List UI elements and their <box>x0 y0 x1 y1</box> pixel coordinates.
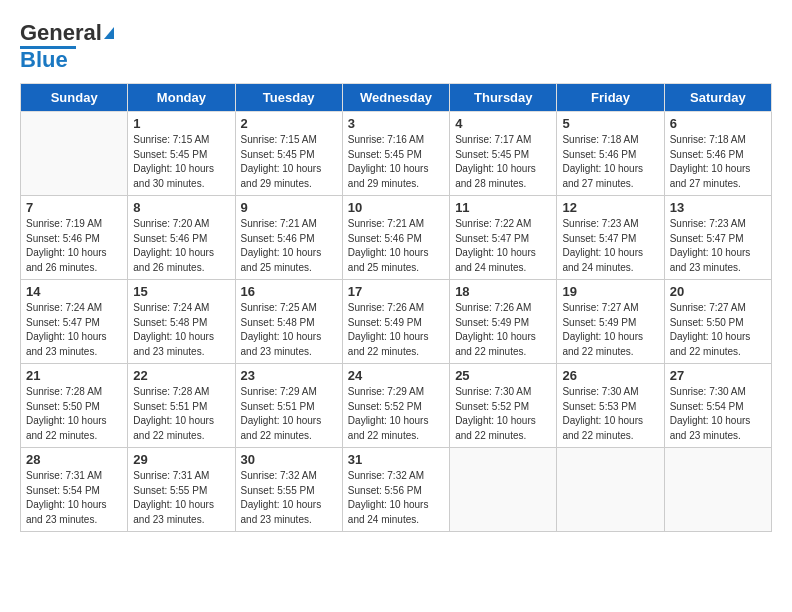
calendar-cell: 22Sunrise: 7:28 AM Sunset: 5:51 PM Dayli… <box>128 364 235 448</box>
day-header-tuesday: Tuesday <box>235 84 342 112</box>
day-number: 7 <box>26 200 122 215</box>
calendar-cell: 24Sunrise: 7:29 AM Sunset: 5:52 PM Dayli… <box>342 364 449 448</box>
calendar-cell <box>557 448 664 532</box>
day-info: Sunrise: 7:26 AM Sunset: 5:49 PM Dayligh… <box>348 301 444 359</box>
calendar-cell: 17Sunrise: 7:26 AM Sunset: 5:49 PM Dayli… <box>342 280 449 364</box>
calendar-cell: 8Sunrise: 7:20 AM Sunset: 5:46 PM Daylig… <box>128 196 235 280</box>
calendar-header-row: SundayMondayTuesdayWednesdayThursdayFrid… <box>21 84 772 112</box>
day-number: 12 <box>562 200 658 215</box>
day-number: 21 <box>26 368 122 383</box>
calendar-cell: 2Sunrise: 7:15 AM Sunset: 5:45 PM Daylig… <box>235 112 342 196</box>
day-number: 16 <box>241 284 337 299</box>
day-info: Sunrise: 7:18 AM Sunset: 5:46 PM Dayligh… <box>562 133 658 191</box>
day-number: 31 <box>348 452 444 467</box>
day-info: Sunrise: 7:21 AM Sunset: 5:46 PM Dayligh… <box>348 217 444 275</box>
calendar-cell: 4Sunrise: 7:17 AM Sunset: 5:45 PM Daylig… <box>450 112 557 196</box>
calendar-cell: 5Sunrise: 7:18 AM Sunset: 5:46 PM Daylig… <box>557 112 664 196</box>
calendar-cell: 19Sunrise: 7:27 AM Sunset: 5:49 PM Dayli… <box>557 280 664 364</box>
calendar-cell <box>664 448 771 532</box>
day-number: 6 <box>670 116 766 131</box>
day-header-friday: Friday <box>557 84 664 112</box>
day-number: 20 <box>670 284 766 299</box>
week-row-1: 1Sunrise: 7:15 AM Sunset: 5:45 PM Daylig… <box>21 112 772 196</box>
calendar-cell: 3Sunrise: 7:16 AM Sunset: 5:45 PM Daylig… <box>342 112 449 196</box>
day-info: Sunrise: 7:30 AM Sunset: 5:53 PM Dayligh… <box>562 385 658 443</box>
day-info: Sunrise: 7:21 AM Sunset: 5:46 PM Dayligh… <box>241 217 337 275</box>
calendar-cell: 25Sunrise: 7:30 AM Sunset: 5:52 PM Dayli… <box>450 364 557 448</box>
calendar-cell: 26Sunrise: 7:30 AM Sunset: 5:53 PM Dayli… <box>557 364 664 448</box>
day-info: Sunrise: 7:28 AM Sunset: 5:51 PM Dayligh… <box>133 385 229 443</box>
day-info: Sunrise: 7:15 AM Sunset: 5:45 PM Dayligh… <box>133 133 229 191</box>
day-number: 2 <box>241 116 337 131</box>
calendar-cell: 28Sunrise: 7:31 AM Sunset: 5:54 PM Dayli… <box>21 448 128 532</box>
day-header-thursday: Thursday <box>450 84 557 112</box>
week-row-3: 14Sunrise: 7:24 AM Sunset: 5:47 PM Dayli… <box>21 280 772 364</box>
calendar-cell: 18Sunrise: 7:26 AM Sunset: 5:49 PM Dayli… <box>450 280 557 364</box>
day-number: 18 <box>455 284 551 299</box>
calendar-cell: 16Sunrise: 7:25 AM Sunset: 5:48 PM Dayli… <box>235 280 342 364</box>
day-info: Sunrise: 7:24 AM Sunset: 5:47 PM Dayligh… <box>26 301 122 359</box>
day-number: 11 <box>455 200 551 215</box>
day-info: Sunrise: 7:20 AM Sunset: 5:46 PM Dayligh… <box>133 217 229 275</box>
day-info: Sunrise: 7:31 AM Sunset: 5:55 PM Dayligh… <box>133 469 229 527</box>
day-info: Sunrise: 7:22 AM Sunset: 5:47 PM Dayligh… <box>455 217 551 275</box>
calendar-cell: 23Sunrise: 7:29 AM Sunset: 5:51 PM Dayli… <box>235 364 342 448</box>
day-info: Sunrise: 7:29 AM Sunset: 5:51 PM Dayligh… <box>241 385 337 443</box>
week-row-4: 21Sunrise: 7:28 AM Sunset: 5:50 PM Dayli… <box>21 364 772 448</box>
day-info: Sunrise: 7:17 AM Sunset: 5:45 PM Dayligh… <box>455 133 551 191</box>
calendar-cell <box>21 112 128 196</box>
calendar-cell: 12Sunrise: 7:23 AM Sunset: 5:47 PM Dayli… <box>557 196 664 280</box>
day-number: 23 <box>241 368 337 383</box>
day-number: 10 <box>348 200 444 215</box>
day-info: Sunrise: 7:24 AM Sunset: 5:48 PM Dayligh… <box>133 301 229 359</box>
calendar-cell: 20Sunrise: 7:27 AM Sunset: 5:50 PM Dayli… <box>664 280 771 364</box>
day-number: 13 <box>670 200 766 215</box>
day-number: 1 <box>133 116 229 131</box>
calendar-cell: 6Sunrise: 7:18 AM Sunset: 5:46 PM Daylig… <box>664 112 771 196</box>
day-info: Sunrise: 7:26 AM Sunset: 5:49 PM Dayligh… <box>455 301 551 359</box>
page-header: General Blue <box>20 20 772 73</box>
logo-blue: Blue <box>20 47 68 73</box>
day-info: Sunrise: 7:28 AM Sunset: 5:50 PM Dayligh… <box>26 385 122 443</box>
day-header-monday: Monday <box>128 84 235 112</box>
day-number: 24 <box>348 368 444 383</box>
day-info: Sunrise: 7:16 AM Sunset: 5:45 PM Dayligh… <box>348 133 444 191</box>
day-header-sunday: Sunday <box>21 84 128 112</box>
day-number: 29 <box>133 452 229 467</box>
day-info: Sunrise: 7:23 AM Sunset: 5:47 PM Dayligh… <box>670 217 766 275</box>
day-number: 28 <box>26 452 122 467</box>
day-number: 25 <box>455 368 551 383</box>
calendar-cell: 9Sunrise: 7:21 AM Sunset: 5:46 PM Daylig… <box>235 196 342 280</box>
day-info: Sunrise: 7:29 AM Sunset: 5:52 PM Dayligh… <box>348 385 444 443</box>
day-info: Sunrise: 7:27 AM Sunset: 5:50 PM Dayligh… <box>670 301 766 359</box>
day-number: 5 <box>562 116 658 131</box>
day-info: Sunrise: 7:19 AM Sunset: 5:46 PM Dayligh… <box>26 217 122 275</box>
day-info: Sunrise: 7:25 AM Sunset: 5:48 PM Dayligh… <box>241 301 337 359</box>
calendar-cell: 13Sunrise: 7:23 AM Sunset: 5:47 PM Dayli… <box>664 196 771 280</box>
day-number: 22 <box>133 368 229 383</box>
logo-arrow-icon <box>104 27 114 39</box>
day-header-saturday: Saturday <box>664 84 771 112</box>
calendar-cell: 15Sunrise: 7:24 AM Sunset: 5:48 PM Dayli… <box>128 280 235 364</box>
day-info: Sunrise: 7:31 AM Sunset: 5:54 PM Dayligh… <box>26 469 122 527</box>
calendar-cell: 10Sunrise: 7:21 AM Sunset: 5:46 PM Dayli… <box>342 196 449 280</box>
calendar-cell: 7Sunrise: 7:19 AM Sunset: 5:46 PM Daylig… <box>21 196 128 280</box>
day-number: 4 <box>455 116 551 131</box>
logo-general: General <box>20 20 102 46</box>
calendar-cell: 1Sunrise: 7:15 AM Sunset: 5:45 PM Daylig… <box>128 112 235 196</box>
day-number: 19 <box>562 284 658 299</box>
calendar-cell: 29Sunrise: 7:31 AM Sunset: 5:55 PM Dayli… <box>128 448 235 532</box>
day-header-wednesday: Wednesday <box>342 84 449 112</box>
week-row-5: 28Sunrise: 7:31 AM Sunset: 5:54 PM Dayli… <box>21 448 772 532</box>
day-info: Sunrise: 7:30 AM Sunset: 5:54 PM Dayligh… <box>670 385 766 443</box>
calendar-cell: 30Sunrise: 7:32 AM Sunset: 5:55 PM Dayli… <box>235 448 342 532</box>
calendar-cell: 27Sunrise: 7:30 AM Sunset: 5:54 PM Dayli… <box>664 364 771 448</box>
day-number: 14 <box>26 284 122 299</box>
day-number: 9 <box>241 200 337 215</box>
logo: General Blue <box>20 20 114 73</box>
day-number: 17 <box>348 284 444 299</box>
calendar-table: SundayMondayTuesdayWednesdayThursdayFrid… <box>20 83 772 532</box>
day-info: Sunrise: 7:23 AM Sunset: 5:47 PM Dayligh… <box>562 217 658 275</box>
day-number: 30 <box>241 452 337 467</box>
day-number: 15 <box>133 284 229 299</box>
